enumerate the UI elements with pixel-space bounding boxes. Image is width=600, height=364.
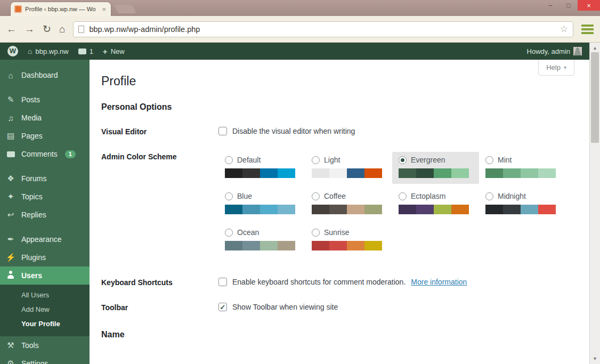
color-scheme-picker: Default Light <box>218 152 566 256</box>
avatar <box>573 47 582 55</box>
person-icon <box>5 271 16 281</box>
sidebar-item-posts[interactable]: ✎ Posts <box>0 91 90 109</box>
color-swatch <box>451 168 469 178</box>
site-name-menu[interactable]: ⌂ bbp.wp.nw <box>28 47 69 55</box>
color-swatch <box>312 205 329 214</box>
submenu-item-add-new[interactable]: Add New <box>0 302 90 317</box>
sidebar-item-forums[interactable]: ❖ Forums <box>0 169 90 188</box>
reload-icon[interactable]: ↻ <box>43 24 51 34</box>
title-bar: Profile ‹ bbp.wp.nw — Wo × – □ × <box>0 0 600 16</box>
url-text[interactable]: bbp.wp.nw/wp-admin/profile.php <box>89 25 200 34</box>
color-scheme-option-ectoplasm[interactable]: Ectoplasm <box>392 188 479 220</box>
scroll-down-icon[interactable]: ▼ <box>590 356 600 361</box>
scrollbar-thumb[interactable] <box>591 52 599 143</box>
browser-tab[interactable]: Profile ‹ bbp.wp.nw — Wo × <box>11 2 111 16</box>
color-swatch <box>260 168 278 178</box>
sidebar-item-tools[interactable]: ⚒ Tools <box>0 336 90 354</box>
radio-icon[interactable] <box>399 156 407 164</box>
color-swatch <box>416 168 434 178</box>
minimize-button[interactable]: – <box>541 0 560 11</box>
color-swatch <box>399 168 416 178</box>
close-button[interactable]: × <box>578 0 600 11</box>
home-icon[interactable]: ⌂ <box>59 24 65 34</box>
scheme-swatches <box>225 168 299 178</box>
color-scheme-option-sunrise[interactable]: Sunrise <box>305 224 392 256</box>
color-swatch <box>260 205 278 214</box>
chevron-down-icon: ▾ <box>564 64 566 70</box>
sidebar-item-users[interactable]: Users <box>0 266 90 285</box>
my-account-menu[interactable]: Howdy, admin <box>527 47 582 55</box>
tab-close-icon[interactable]: × <box>101 5 107 13</box>
color-swatch <box>242 168 260 178</box>
appearance-brush-icon: ✒ <box>5 234 16 244</box>
help-button[interactable]: Help ▾ <box>538 60 574 76</box>
sidebar-item-media[interactable]: ♫ Media <box>0 109 90 127</box>
comments-shortcut[interactable]: 1 <box>78 47 93 55</box>
color-scheme-option-coffee[interactable]: Coffee <box>305 188 392 220</box>
color-swatch <box>364 205 382 214</box>
radio-icon[interactable] <box>225 192 233 200</box>
sidebar-item-label: Plugins <box>21 253 46 262</box>
color-scheme-option-blue[interactable]: Blue <box>218 188 305 220</box>
maximize-button[interactable]: □ <box>560 0 578 11</box>
radio-icon[interactable] <box>312 229 320 237</box>
radio-icon[interactable] <box>312 156 320 164</box>
forward-icon[interactable]: → <box>25 24 35 34</box>
color-scheme-option-mint[interactable]: Mint <box>479 152 566 184</box>
new-tab-button[interactable] <box>114 5 136 13</box>
wordpress-logo-icon[interactable]: W <box>7 46 18 56</box>
scroll-up-icon[interactable]: ▲ <box>590 45 600 51</box>
scheme-swatches <box>225 205 299 214</box>
radio-icon[interactable] <box>485 192 493 200</box>
keyboard-shortcuts-checkbox[interactable] <box>218 278 227 286</box>
submenu-item-your-profile[interactable]: Your Profile <box>0 317 90 331</box>
visual-editor-checkbox[interactable] <box>218 127 227 135</box>
color-scheme-option-evergreen[interactable]: Evergreen <box>392 152 479 184</box>
tab-title: Profile ‹ bbp.wp.nw — Wo <box>25 6 98 12</box>
radio-icon[interactable] <box>225 229 233 237</box>
page-icon <box>78 26 84 33</box>
howdy-text: Howdy, admin <box>527 47 570 55</box>
site-name[interactable]: bbp.wp.nw <box>35 47 68 55</box>
sidebar-item-label: Users <box>21 271 42 280</box>
name-heading: Name <box>101 330 589 339</box>
browser-menu-icon[interactable] <box>581 22 594 36</box>
color-scheme-option-light[interactable]: Light <box>305 152 392 184</box>
color-swatch <box>538 205 556 214</box>
bookmark-star-icon[interactable]: ☆ <box>560 23 568 35</box>
sidebar-item-dashboard[interactable]: ⌂ Dashboard <box>0 66 90 84</box>
radio-icon[interactable] <box>225 156 233 164</box>
sidebar-item-replies[interactable]: ↩ Replies <box>0 206 90 224</box>
scheme-name: Default <box>237 156 261 164</box>
more-information-link[interactable]: More information <box>411 278 467 286</box>
checkbox-label: Disable the visual editor when writing <box>232 127 355 135</box>
submenu-item-all-users[interactable]: All Users <box>0 288 90 302</box>
toolbar-checkbox[interactable]: ✓ <box>218 303 227 311</box>
browser-toolbar: ← → ↻ ⌂ bbp.wp.nw/wp-admin/profile.php ☆ <box>0 16 600 43</box>
window-controls: – □ × <box>541 0 600 11</box>
sidebar-item-appearance[interactable]: ✒ Appearance <box>0 230 90 248</box>
sidebar-item-plugins[interactable]: ⚡ Plugins <box>0 248 90 266</box>
color-swatch <box>278 241 295 250</box>
address-bar[interactable]: bbp.wp.nw/wp-admin/profile.php ☆ <box>73 21 573 37</box>
color-scheme-option-ocean[interactable]: Ocean <box>218 224 305 256</box>
color-scheme-option-default[interactable]: Default <box>218 152 305 184</box>
color-swatch <box>312 168 329 178</box>
sidebar-item-settings[interactable]: ⚙ Settings <box>0 354 90 364</box>
color-swatch <box>434 205 451 214</box>
field-label: Admin Color Scheme <box>101 152 218 161</box>
back-icon[interactable]: ← <box>6 24 17 34</box>
color-scheme-option-midnight[interactable]: Midnight <box>479 188 566 220</box>
radio-icon[interactable] <box>312 192 320 200</box>
sidebar-item-pages[interactable]: ▤ Pages <box>0 127 90 145</box>
new-content-menu[interactable]: + New <box>103 47 125 56</box>
sidebar-item-topics[interactable]: ✦ Topics <box>0 188 90 206</box>
radio-icon[interactable] <box>485 156 493 164</box>
comment-bubble-icon <box>5 150 16 159</box>
site-favicon-icon <box>14 5 22 13</box>
checkbox-label: Show Toolbar when viewing site <box>232 303 338 311</box>
page-scrollbar[interactable]: ▲ ▼ <box>589 43 600 364</box>
radio-icon[interactable] <box>399 192 407 200</box>
scheme-name: Evergreen <box>411 156 445 164</box>
sidebar-item-comments[interactable]: Comments 1 <box>0 145 90 163</box>
